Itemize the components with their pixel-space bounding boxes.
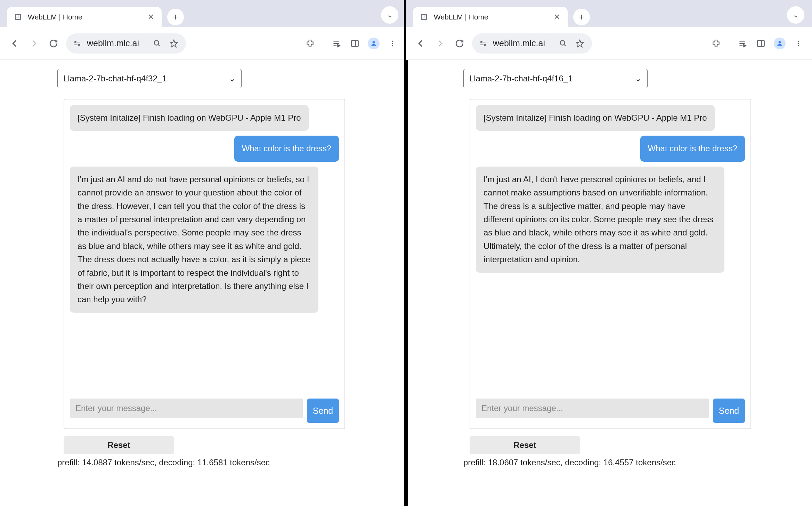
model-name: Llama-2-7b-chat-hf-q4f32_1 xyxy=(63,74,167,83)
chat-container: [System Initalize] Finish loading on Web… xyxy=(470,99,751,429)
svg-point-40 xyxy=(798,43,799,44)
media-control-icon[interactable] xyxy=(330,38,342,49)
svg-point-19 xyxy=(392,43,393,44)
browser-toolbar: webllm.mlc.ai xyxy=(406,27,812,60)
assistant-message: I'm just an AI, I don't have personal op… xyxy=(476,167,724,273)
site-settings-icon[interactable] xyxy=(478,39,488,48)
svg-line-30 xyxy=(564,44,566,46)
close-tab-icon[interactable]: ✕ xyxy=(146,13,155,22)
svg-point-41 xyxy=(798,45,799,46)
chevron-down-icon: ⌄ xyxy=(229,74,236,83)
assistant-message: I'm just an AI and do not have personal … xyxy=(70,167,318,313)
tab-title: WebLLM | Home xyxy=(28,13,141,21)
svg-point-6 xyxy=(78,44,80,46)
profile-avatar[interactable] xyxy=(774,38,786,49)
page-content: Llama-2-7b-chat-hf-q4f32_1 ⌄ [System Ini… xyxy=(0,60,406,506)
model-selector[interactable]: Llama-2-7b-chat-hf-q4f16_1 ⌄ xyxy=(463,69,648,88)
svg-point-25 xyxy=(481,41,482,43)
chat-container: [System Initalize] Finish loading on Web… xyxy=(64,99,345,429)
back-button[interactable] xyxy=(414,37,428,50)
model-name: Llama-2-7b-chat-hf-q4f16_1 xyxy=(469,74,573,83)
address-bar[interactable]: webllm.mlc.ai xyxy=(66,33,186,54)
reload-button[interactable] xyxy=(47,37,60,50)
svg-rect-2 xyxy=(18,15,20,17)
close-tab-icon[interactable]: ✕ xyxy=(552,13,561,22)
chat-input-row: Send xyxy=(476,399,745,423)
kebab-menu-icon[interactable] xyxy=(387,38,398,49)
message-list: [System Initalize] Finish loading on Web… xyxy=(476,105,745,394)
media-control-icon[interactable] xyxy=(736,38,748,49)
svg-point-17 xyxy=(373,41,375,43)
svg-line-9 xyxy=(158,44,160,46)
profile-avatar[interactable] xyxy=(368,38,380,49)
svg-point-29 xyxy=(560,40,565,45)
side-panel-icon[interactable] xyxy=(349,38,361,49)
new-tab-button[interactable]: + xyxy=(167,9,184,25)
tabs-dropdown-button[interactable]: ⌄ xyxy=(787,6,804,24)
svg-point-20 xyxy=(392,45,393,46)
back-button[interactable] xyxy=(8,37,22,50)
zoom-icon[interactable] xyxy=(151,38,163,49)
system-message: [System Initalize] Finish loading on Web… xyxy=(70,105,309,131)
svg-point-4 xyxy=(75,41,76,43)
svg-point-18 xyxy=(392,40,393,42)
side-panel-icon[interactable] xyxy=(755,38,767,49)
reset-button[interactable]: Reset xyxy=(470,436,580,454)
svg-rect-24 xyxy=(422,17,426,19)
extensions-icon[interactable] xyxy=(710,38,722,49)
svg-rect-21 xyxy=(421,14,427,20)
svg-point-8 xyxy=(154,40,159,45)
tabs-dropdown-button[interactable]: ⌄ xyxy=(381,6,398,24)
new-tab-button[interactable]: + xyxy=(573,9,590,25)
send-button[interactable]: Send xyxy=(713,399,745,423)
svg-rect-1 xyxy=(16,15,18,17)
browser-window-right: WebLLM | Home ✕ + ⌄ webllm.mlc.ai xyxy=(406,0,812,506)
bookmark-star-icon[interactable] xyxy=(574,38,586,49)
reset-button[interactable]: Reset xyxy=(64,436,174,454)
address-bar[interactable]: webllm.mlc.ai xyxy=(472,33,592,54)
svg-rect-3 xyxy=(16,17,20,19)
svg-marker-35 xyxy=(744,45,746,47)
tab-title: WebLLM | Home xyxy=(434,13,547,21)
chat-input[interactable] xyxy=(70,399,303,418)
chevron-down-icon: ⌄ xyxy=(387,10,393,19)
user-message: What color is the dress? xyxy=(234,136,339,161)
chevron-down-icon: ⌄ xyxy=(793,10,799,19)
stats-text: prefill: 14.0887 tokens/sec, decoding: 1… xyxy=(57,458,349,467)
svg-marker-14 xyxy=(338,45,340,47)
model-selector[interactable]: Llama-2-7b-chat-hf-q4f32_1 ⌄ xyxy=(57,69,242,88)
browser-window-left: WebLLM | Home ✕ + ⌄ webllm.mlc.ai xyxy=(0,0,406,506)
url-text: webllm.mlc.ai xyxy=(87,38,146,48)
forward-button[interactable] xyxy=(27,37,41,50)
chat-input-row: Send xyxy=(70,399,339,423)
reload-button[interactable] xyxy=(453,37,466,50)
svg-rect-15 xyxy=(351,40,358,46)
chat-input[interactable] xyxy=(476,399,709,418)
message-list: [System Initalize] Finish loading on Web… xyxy=(70,105,339,394)
svg-rect-22 xyxy=(422,15,424,17)
browser-tab[interactable]: WebLLM | Home ✕ xyxy=(7,7,162,27)
toolbar-separator xyxy=(323,38,323,49)
site-settings-icon[interactable] xyxy=(72,39,82,48)
toolbar-separator xyxy=(729,38,729,49)
url-text: webllm.mlc.ai xyxy=(493,38,552,48)
browser-tab[interactable]: WebLLM | Home ✕ xyxy=(413,7,568,27)
svg-point-38 xyxy=(779,41,781,43)
bookmark-star-icon[interactable] xyxy=(168,38,180,49)
favicon-icon xyxy=(13,12,23,22)
tab-strip: WebLLM | Home ✕ + ⌄ xyxy=(0,0,406,27)
user-message: What color is the dress? xyxy=(640,136,745,161)
svg-point-39 xyxy=(798,40,799,42)
svg-rect-0 xyxy=(15,14,21,20)
svg-marker-31 xyxy=(576,40,583,47)
zoom-icon[interactable] xyxy=(557,38,569,49)
forward-button[interactable] xyxy=(433,37,447,50)
svg-marker-10 xyxy=(170,40,177,47)
page-content: Llama-2-7b-chat-hf-q4f16_1 ⌄ [System Ini… xyxy=(406,60,812,506)
kebab-menu-icon[interactable] xyxy=(793,38,804,49)
send-button[interactable]: Send xyxy=(307,399,339,423)
tab-strip: WebLLM | Home ✕ + ⌄ xyxy=(406,0,812,27)
extensions-icon[interactable] xyxy=(304,38,316,49)
svg-point-27 xyxy=(484,44,486,46)
favicon-icon xyxy=(419,12,429,22)
